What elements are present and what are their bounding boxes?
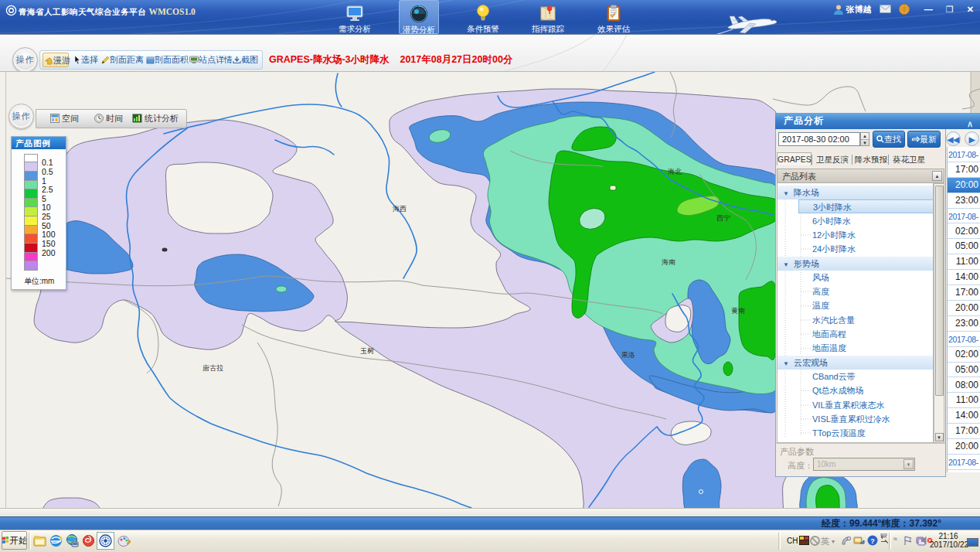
svg-text:海南: 海南 — [662, 258, 675, 266]
svg-text:黄南: 黄南 — [731, 307, 745, 315]
svg-text:海西: 海西 — [393, 205, 407, 213]
svg-text:海北: 海北 — [668, 168, 682, 175]
svg-text:唐古拉: 唐古拉 — [202, 364, 223, 372]
svg-text:西宁: 西宁 — [716, 214, 730, 222]
svg-text:玉树: 玉树 — [360, 347, 374, 355]
svg-text:果洛: 果洛 — [621, 351, 635, 359]
